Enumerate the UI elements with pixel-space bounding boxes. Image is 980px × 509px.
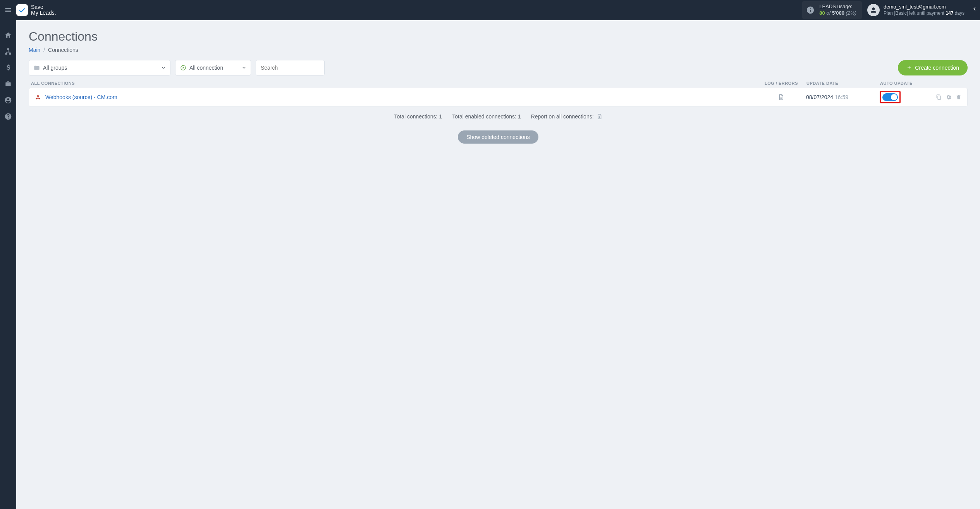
chevron-left-icon (971, 5, 978, 12)
summary-enabled: Total enabled connections: 1 (452, 113, 521, 120)
table-header: ALL CONNECTIONS LOG / ERRORS UPDATE DATE… (29, 81, 968, 88)
info-icon (806, 6, 815, 14)
delete-button[interactable] (956, 94, 962, 100)
search-input[interactable] (261, 65, 320, 71)
connection-status-select[interactable]: All connection (175, 60, 251, 75)
groups-select-label: All groups (43, 65, 67, 71)
connection-date-cell: 08/07/2024 16:59 (802, 94, 880, 100)
chevron-down-icon (161, 65, 166, 70)
usage-values: 80 of 5'000 (2%) (819, 10, 856, 17)
sidebar-item-billing[interactable] (4, 63, 12, 72)
create-connection-label: Create connection (915, 65, 959, 71)
show-deleted-button[interactable]: Show deleted connections (458, 130, 538, 144)
column-header-name: ALL CONNECTIONS (31, 81, 760, 86)
table-row: Webhooks (source) - CM.com 08/07/2024 16… (29, 88, 968, 106)
svg-rect-0 (7, 49, 9, 50)
webhook-icon (34, 94, 41, 101)
dollar-icon (4, 64, 12, 72)
connection-actions-cell (926, 94, 965, 100)
column-header-auto: AUTO UPDATE (880, 81, 927, 86)
avatar-icon (867, 4, 880, 16)
home-icon (4, 31, 12, 39)
hamburger-icon (4, 6, 12, 14)
brand-line2: My Leads. (31, 10, 56, 16)
brand-line1: Save (31, 4, 56, 10)
copy-button[interactable] (935, 94, 942, 100)
connection-log-cell[interactable] (760, 94, 802, 101)
sidebar-item-connections[interactable] (4, 47, 12, 56)
user-circle-icon (4, 96, 12, 104)
account-plan: Plan |Basic| left until payment 147 days (884, 10, 965, 17)
briefcase-icon (4, 80, 12, 88)
settings-button[interactable] (946, 94, 952, 100)
sidebar-item-briefcase[interactable] (4, 80, 12, 88)
plus-icon (906, 65, 912, 70)
brand-text: Save My Leads. (31, 4, 56, 15)
auto-update-toggle[interactable] (882, 93, 898, 101)
usage-label: LEADS usage: (819, 3, 856, 10)
auto-update-highlight (880, 91, 901, 103)
svg-rect-1 (5, 53, 7, 54)
main-content: Connections Main / Connections All group… (16, 20, 980, 509)
breadcrumb-main-link[interactable]: Main (29, 47, 40, 53)
create-connection-button[interactable]: Create connection (898, 60, 968, 75)
report-download-button[interactable] (596, 113, 602, 120)
column-header-date: UPDATE DATE (803, 81, 880, 86)
document-icon (596, 113, 602, 120)
gear-icon (946, 94, 952, 100)
column-header-log: LOG / ERRORS (760, 81, 803, 86)
folder-icon (34, 65, 40, 71)
breadcrumb: Main / Connections (29, 47, 968, 53)
summary-row: Total connections: 1 Total enabled conne… (29, 113, 968, 120)
groups-select[interactable]: All groups (29, 60, 170, 75)
connection-status-label: All connection (189, 65, 223, 71)
summary-total: Total connections: 1 (394, 113, 442, 120)
connection-name-cell: Webhooks (source) - CM.com (31, 94, 760, 101)
connection-auto-cell (880, 91, 926, 103)
account-menu[interactable]: demo_sml_test@gmail.com Plan |Basic| lef… (867, 4, 980, 16)
copy-icon (935, 94, 942, 100)
connection-name-link[interactable]: Webhooks (source) - CM.com (45, 94, 117, 100)
usage-widget[interactable]: LEADS usage: 80 of 5'000 (2%) (802, 1, 862, 19)
search-box[interactable] (256, 60, 325, 75)
chevron-down-icon (241, 65, 247, 70)
sidebar-item-home[interactable] (4, 31, 12, 39)
sitemap-icon (4, 48, 12, 55)
brand-logo[interactable]: Save My Leads. (16, 4, 56, 16)
account-email: demo_sml_test@gmail.com (884, 4, 965, 10)
help-icon (4, 113, 12, 120)
svg-rect-2 (9, 53, 10, 54)
menu-toggle-button[interactable] (0, 6, 16, 14)
sidebar-item-help[interactable] (4, 112, 12, 121)
page-title: Connections (29, 29, 968, 44)
logo-icon (16, 4, 28, 16)
filter-row: All groups All connection (29, 60, 968, 75)
document-icon (777, 94, 784, 101)
breadcrumb-current: Connections (48, 47, 78, 53)
topbar: Save My Leads. LEADS usage: 80 of 5'000 … (0, 0, 980, 20)
panel-collapse-button[interactable] (971, 5, 978, 12)
summary-report: Report on all connections: (531, 113, 602, 120)
sidebar-item-account[interactable] (4, 96, 12, 105)
sidebar (0, 20, 16, 509)
play-circle-icon (180, 65, 186, 71)
trash-icon (956, 94, 962, 100)
